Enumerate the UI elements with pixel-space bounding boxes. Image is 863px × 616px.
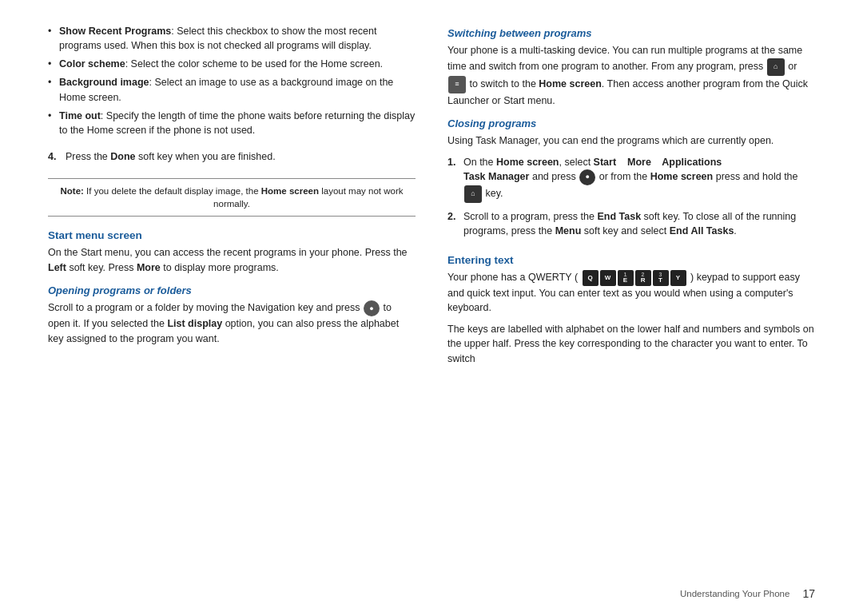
hold-key-icon: ⌂ <box>464 185 482 203</box>
note-label: Note: <box>61 186 84 196</box>
bullet-timeout: Time out: Specify the length of time the… <box>48 109 416 137</box>
step-2: 2. Scroll to a program, press the End Ta… <box>447 209 815 238</box>
footer-text: Understanding Your Phone <box>680 589 789 598</box>
bullet-show-recent: Show Recent Programs: Select this checkb… <box>48 24 416 53</box>
step-4-text: Press the Done soft key when you are fin… <box>66 149 276 164</box>
bullet-list: Show Recent Programs: Select this checkb… <box>48 24 416 141</box>
bullet-bold-3: Background image <box>59 77 149 88</box>
entering-para-2: The keys are labelled with alphabet on t… <box>447 322 815 367</box>
step-2-text: Scroll to a program, press the End Task … <box>463 209 815 238</box>
bullet-bold-4: Time out <box>59 110 101 121</box>
switching-para: Your phone is a multi-tasking device. Yo… <box>447 43 815 108</box>
step-2-num: 2. <box>447 209 459 238</box>
home-key-icon-1: ⌂ <box>767 58 785 76</box>
key-y: Y <box>670 270 686 286</box>
key-t: 3T <box>653 270 669 286</box>
bullet-bold-1: Show Recent Programs <box>59 26 171 37</box>
qwerty-keys: Q W 1E 2R 3T Y <box>583 270 686 286</box>
switching-heading: Switching between programs <box>447 27 815 39</box>
page-footer: Understanding Your Phone 17 <box>48 582 815 600</box>
page-container: Show Recent Programs: Select this checkb… <box>0 0 863 616</box>
home-key-icon-2: ≡ <box>448 76 466 93</box>
closing-steps: 1. On the Home screen, select Start More… <box>447 155 815 244</box>
bullet-bg-image: Background image: Select an image to use… <box>48 75 416 104</box>
key-w: W <box>600 270 616 286</box>
start-menu-para: On the Start menu, you can access the re… <box>48 245 416 275</box>
entering-para-1: Your phone has a QWERTY ( Q W 1E 2R 3T Y… <box>447 270 815 316</box>
step-1-num: 1. <box>447 155 459 203</box>
left-column: Show Recent Programs: Select this checkb… <box>48 24 416 582</box>
note-bold: Home screen <box>261 186 319 196</box>
key-e: 1E <box>618 270 634 286</box>
select-key-icon: ● <box>579 169 595 185</box>
note-text-1: If you delete the default display image,… <box>84 186 261 196</box>
step-4: 4. Press the Done soft key when you are … <box>48 149 416 164</box>
note-box: Note: If you delete the default display … <box>48 178 416 217</box>
right-column: Switching between programs Your phone is… <box>447 24 815 582</box>
step-1: 1. On the Home screen, select Start More… <box>447 155 815 203</box>
bullet-bold-2: Color scheme <box>59 58 125 70</box>
two-column-layout: Show Recent Programs: Select this checkb… <box>48 24 815 582</box>
closing-heading: Closing programs <box>447 117 815 129</box>
entering-heading: Entering text <box>447 254 815 266</box>
key-q: Q <box>583 270 599 286</box>
step-1-text: On the Home screen, select Start More Ap… <box>463 155 815 203</box>
closing-para: Using Task Manager, you can end the prog… <box>447 133 815 149</box>
nav-key-icon: ● <box>364 300 380 316</box>
opening-heading: Opening programs or folders <box>48 284 416 296</box>
step-4-num: 4. <box>48 149 61 164</box>
opening-para: Scroll to a program or a folder by movin… <box>48 300 416 346</box>
bullet-color-scheme: Color scheme: Select the color scheme to… <box>48 57 416 71</box>
page-number: 17 <box>802 587 815 600</box>
start-menu-heading: Start menu screen <box>48 229 416 241</box>
bullet-text-4: : Specify the length of time the phone w… <box>59 110 415 136</box>
key-r: 2R <box>635 270 651 286</box>
bullet-text-2: : Select the color scheme to be used for… <box>125 58 383 70</box>
